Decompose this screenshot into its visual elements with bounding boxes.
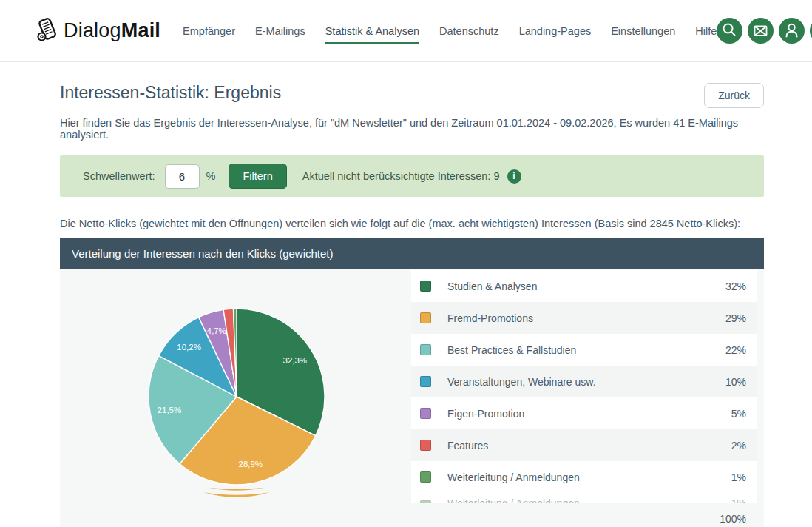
threshold-filter-bar: Schwellenwert: % Filtern Aktuell nicht b… (60, 155, 764, 197)
legend-label: Features (447, 440, 488, 452)
legend-row: Studien & Analysen32% (411, 270, 757, 302)
threshold-unit: % (206, 170, 216, 182)
legend-percent: 22% (725, 344, 746, 356)
threshold-label: Schwellenwert: (83, 170, 155, 182)
mail-button[interactable] (748, 18, 774, 44)
legend-swatch (420, 281, 431, 292)
page-subtitle: Hier finden Sie das Ergebnis der Interes… (60, 117, 764, 141)
legend-row: Fremd-Promotions29% (411, 302, 757, 334)
legend-total: 100% (411, 503, 757, 527)
legend-swatch (420, 440, 431, 451)
nav-item-datenschutz[interactable]: Datenschutz (439, 21, 499, 41)
search-button[interactable] (717, 18, 742, 44)
legend-label: Fremd-Promotions (447, 312, 533, 324)
excluded-interests-status: Aktuell nicht berücksichtigte Interessen… (302, 170, 500, 182)
legend-percent: 29% (725, 312, 746, 324)
legend-percent: 2% (731, 440, 746, 452)
pie-slice-label: 4,7% (207, 326, 226, 335)
legend-label: Best Practices & Fallstudien (447, 344, 576, 356)
chart-intro-text: Die Netto-Klicks (gewichtet mit den Öffn… (60, 218, 764, 229)
legend-percent: 5% (731, 408, 746, 420)
legend-label: Studien & Analysen (447, 281, 537, 292)
chart-area: 32,3%28,9%21,5%10,2%4,7% Studien & Analy… (60, 269, 764, 527)
legend-label: Veranstaltungen, Webinare usw. (447, 376, 596, 388)
header-icon-buttons (717, 18, 812, 44)
nav-item-landing-pages[interactable]: Landing-Pages (519, 21, 592, 41)
legend-row: Features2% (411, 429, 757, 461)
legend-percent: 32% (725, 281, 746, 292)
legend-row: Best Practices & Fallstudien22% (411, 334, 757, 366)
nav-item-empf-nger[interactable]: Empfänger (183, 21, 235, 41)
pie-shadow (209, 488, 264, 491)
pie-chart: 32,3%28,9%21,5%10,2%4,7% (146, 306, 328, 510)
logo-text: DialogMail (64, 19, 160, 42)
interest-distribution-card: Verteilung der Interessen nach den Klick… (60, 238, 764, 527)
user-icon (779, 18, 805, 44)
legend-row: Weiterleitung / Anmeldungen1% (411, 461, 757, 493)
legend-label: Weiterleitung / Anmeldungen (447, 471, 580, 483)
nav-item-statistik-analysen[interactable]: Statistik & Analysen (325, 21, 419, 41)
legend-percent: 10% (725, 376, 746, 388)
legend-row: Eigen-Promotion5% (411, 397, 757, 429)
pie-slice-label: 21,5% (158, 406, 182, 414)
threshold-input[interactable] (165, 164, 200, 189)
nav-item-e-mailings[interactable]: E-Mailings (255, 21, 305, 41)
user-button[interactable] (779, 18, 805, 44)
legend-swatch (420, 408, 431, 419)
dialogmail-logo[interactable]: DialogMail (35, 16, 160, 46)
pie-shadow (203, 492, 270, 497)
nav-item-einstellungen[interactable]: Einstellungen (611, 21, 675, 41)
top-navigation-bar: DialogMail EmpfängerE-MailingsStatistik … (0, 0, 812, 62)
pie-slice-label: 32,3% (282, 356, 307, 365)
search-icon (717, 18, 742, 44)
logo-rolled-paper-icon (35, 16, 59, 46)
main-nav: EmpfängerE-MailingsStatistik & AnalysenD… (183, 21, 717, 41)
back-button[interactable]: Zurück (704, 83, 764, 108)
mail-icon (748, 18, 774, 44)
excluded-count: 9 (493, 170, 499, 182)
page-title: Interessen-Statistik: Ergebnis (60, 83, 281, 103)
pie-slice-label: 28,9% (238, 460, 263, 469)
filter-button[interactable]: Filtern (229, 164, 286, 189)
legend-row-clipped: Weiterleitung / Anmeldungen1% (411, 493, 757, 503)
pie-slice-label: 10,2% (177, 343, 201, 352)
nav-item-hilfe[interactable]: Hilfe (695, 21, 717, 41)
chart-legend: Studien & Analysen32%Fremd-Promotions29%… (411, 270, 757, 527)
legend-percent: 1% (731, 471, 746, 483)
legend-swatch (420, 344, 431, 355)
info-icon[interactable]: i (507, 169, 521, 184)
legend-label: Eigen-Promotion (447, 408, 524, 420)
chart-title: Verteilung der Interessen nach den Klick… (60, 238, 764, 269)
legend-swatch (420, 471, 431, 483)
legend-row: Veranstaltungen, Webinare usw.10% (411, 366, 757, 397)
legend-swatch (420, 376, 431, 387)
legend-swatch (420, 312, 431, 323)
